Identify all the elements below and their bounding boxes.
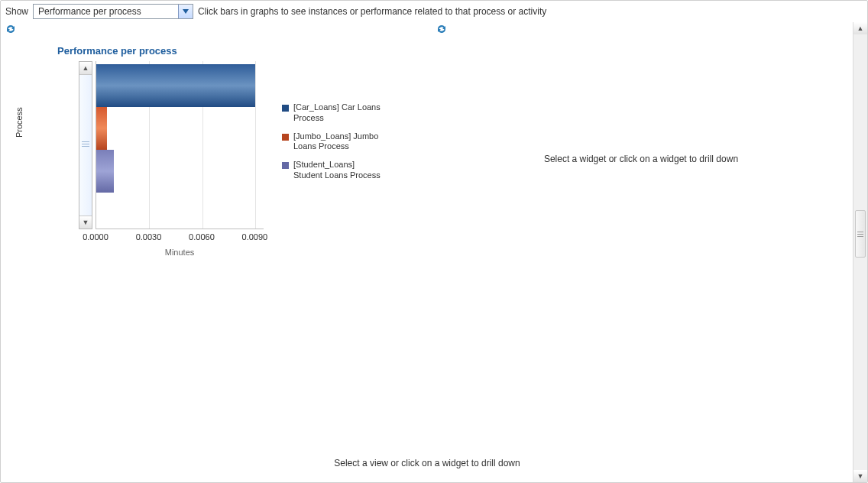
scroll-track[interactable] — [79, 75, 92, 216]
legend-label: [Jumbo_Loans] Jumbo Loans Process — [293, 131, 381, 153]
drilldown-panel: Select a widget or click on a widget to … — [429, 39, 853, 482]
scroll-up-icon[interactable]: ▲ — [853, 22, 867, 34]
refresh-icon[interactable] — [435, 22, 449, 36]
content-row: Performance per process Process ▲ ▼ 0.00… — [1, 39, 853, 482]
grid-line — [255, 61, 256, 229]
drilldown-placeholder: Select a widget or click on a widget to … — [429, 154, 853, 164]
chart-plot-area[interactable] — [96, 61, 264, 229]
legend-swatch-icon — [282, 134, 289, 141]
legend-item[interactable]: [Student_Loans] Student Loans Process — [282, 160, 381, 181]
scroll-track[interactable] — [853, 34, 867, 470]
chart-bar[interactable] — [96, 107, 107, 150]
view-selector[interactable]: Performance per process — [33, 4, 193, 19]
show-label: Show — [5, 6, 28, 17]
x-axis-ticks: 0.00000.00300.00600.0090 — [96, 232, 264, 245]
x-tick-label: 0.0060 — [189, 232, 215, 242]
x-tick-label: 0.0090 — [242, 232, 268, 242]
chart-vertical-scrollbar[interactable]: ▲ ▼ — [79, 61, 92, 229]
toolbar: Show Performance per process Click bars … — [1, 1, 867, 21]
x-axis-label: Minutes — [96, 248, 264, 257]
chart-title: Performance per process — [1, 39, 429, 61]
scroll-up-icon[interactable]: ▲ — [79, 62, 92, 75]
y-axis-label: Process — [15, 107, 24, 138]
bottom-placeholder: Select a view or click on a widget to dr… — [1, 458, 853, 468]
legend-item[interactable]: [Car_Loans] Car Loans Process — [282, 102, 381, 124]
chart-bar[interactable] — [96, 150, 114, 193]
x-tick-label: 0.0000 — [83, 232, 108, 242]
legend-item[interactable]: [Jumbo_Loans] Jumbo Loans Process — [282, 131, 381, 153]
refresh-icon[interactable] — [4, 22, 18, 36]
scroll-down-icon[interactable]: ▼ — [79, 216, 92, 229]
x-tick-label: 0.0030 — [136, 232, 162, 242]
legend-swatch-icon — [282, 105, 289, 112]
view-selector-value: Performance per process — [34, 6, 178, 17]
legend-label: [Student_Loans] Student Loans Process — [293, 160, 381, 181]
chart-bar[interactable] — [96, 64, 255, 107]
page-vertical-scrollbar[interactable]: ▲ ▼ — [853, 22, 867, 482]
svg-marker-0 — [183, 9, 189, 14]
scroll-down-icon[interactable]: ▼ — [853, 470, 867, 482]
dropdown-icon[interactable] — [178, 5, 193, 18]
toolbar-hint: Click bars in graphs to see instances or… — [198, 6, 546, 17]
legend-label: [Car_Loans] Car Loans Process — [293, 102, 381, 124]
scroll-thumb[interactable] — [855, 210, 866, 258]
chart-panel: Performance per process Process ▲ ▼ 0.00… — [1, 39, 429, 482]
dashboard-frame: Show Performance per process Click bars … — [0, 0, 868, 483]
refresh-row — [4, 22, 853, 36]
scroll-grip-icon — [82, 136, 89, 151]
legend-swatch-icon — [282, 162, 289, 169]
chart-legend: [Car_Loans] Car Loans Process[Jumbo_Loan… — [282, 102, 381, 189]
